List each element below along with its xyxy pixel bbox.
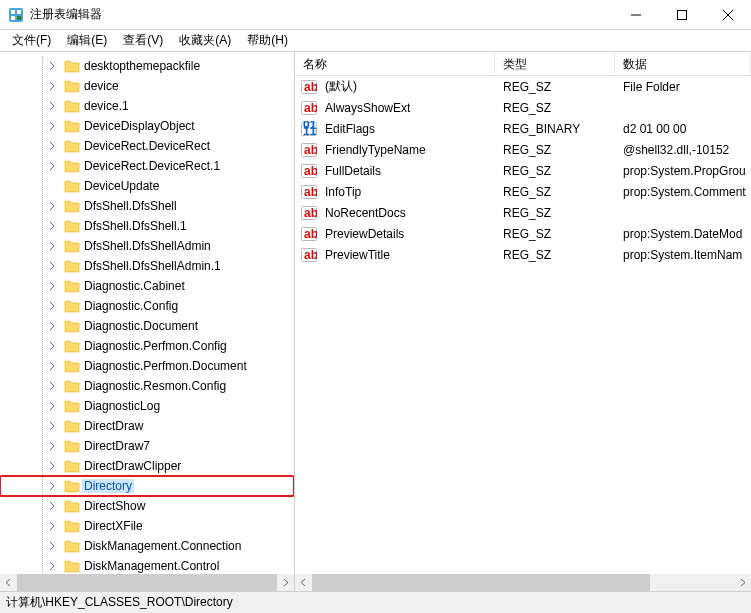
tree-item[interactable]: Diagnostic.Perfmon.Config xyxy=(0,336,294,356)
value-icon: 011110 xyxy=(301,121,317,137)
list-row[interactable]: abInfoTipREG_SZprop:System.Comment xyxy=(295,181,751,202)
tree-item[interactable]: DiskManagement.Connection xyxy=(0,536,294,556)
folder-icon xyxy=(64,78,80,94)
tree-item-label: Directory xyxy=(82,479,134,493)
key-tree[interactable]: desktopthemepackfiledevicedevice.1Device… xyxy=(0,56,294,574)
tree-item[interactable]: DfsShell.DfsShellAdmin.1 xyxy=(0,256,294,276)
tree-item-label: desktopthemepackfile xyxy=(82,59,202,73)
scroll-right-icon[interactable] xyxy=(277,574,294,591)
folder-icon xyxy=(64,498,80,514)
cell-type: REG_SZ xyxy=(495,164,615,178)
tree-item[interactable]: DeviceRect.DeviceRect xyxy=(0,136,294,156)
tree-scrollbar-h[interactable] xyxy=(0,574,294,591)
expand-icon[interactable] xyxy=(46,459,58,473)
value-icon: ab xyxy=(301,142,317,158)
tree-item[interactable]: DirectDraw xyxy=(0,416,294,436)
expand-icon[interactable] xyxy=(46,119,58,133)
value-icon: ab xyxy=(301,79,317,95)
tree-item[interactable]: DfsShell.DfsShell xyxy=(0,196,294,216)
list-row[interactable]: abNoRecentDocsREG_SZ xyxy=(295,202,751,223)
expand-icon[interactable] xyxy=(46,399,58,413)
svg-text:ab: ab xyxy=(304,248,317,262)
tree-item-label: DirectShow xyxy=(82,499,147,513)
list-row[interactable]: abAlwaysShowExtREG_SZ xyxy=(295,97,751,118)
tree-item[interactable]: device.1 xyxy=(0,96,294,116)
expand-icon[interactable] xyxy=(46,319,58,333)
tree-item[interactable]: DfsShell.DfsShellAdmin xyxy=(0,236,294,256)
tree-item[interactable]: DeviceRect.DeviceRect.1 xyxy=(0,156,294,176)
statusbar: 计算机\HKEY_CLASSES_ROOT\Directory xyxy=(0,591,751,613)
cell-name: EditFlags xyxy=(317,122,495,136)
column-name[interactable]: 名称 xyxy=(295,52,495,75)
expand-icon[interactable] xyxy=(46,279,58,293)
folder-icon xyxy=(64,218,80,234)
expand-icon[interactable] xyxy=(46,559,58,573)
tree-item[interactable]: DiskManagement.Control xyxy=(0,556,294,574)
tree-item[interactable]: Diagnostic.Resmon.Config xyxy=(0,376,294,396)
tree-item[interactable]: Diagnostic.Perfmon.Document xyxy=(0,356,294,376)
menu-favorites[interactable]: 收藏夹(A) xyxy=(171,30,239,51)
expand-icon[interactable] xyxy=(46,219,58,233)
expand-icon[interactable] xyxy=(46,479,58,493)
tree-item[interactable]: DfsShell.DfsShell.1 xyxy=(0,216,294,236)
expand-icon[interactable] xyxy=(46,539,58,553)
tree-item[interactable]: Diagnostic.Cabinet xyxy=(0,276,294,296)
expand-icon[interactable] xyxy=(46,99,58,113)
value-icon: ab xyxy=(301,205,317,221)
value-list[interactable]: ab(默认)REG_SZFile FolderabAlwaysShowExtRE… xyxy=(295,76,751,265)
minimize-button[interactable] xyxy=(613,0,659,30)
expand-icon[interactable] xyxy=(46,159,58,173)
menu-view[interactable]: 查看(V) xyxy=(115,30,171,51)
expand-icon[interactable] xyxy=(46,519,58,533)
expand-icon[interactable] xyxy=(46,239,58,253)
expand-icon[interactable] xyxy=(46,339,58,353)
expand-icon[interactable] xyxy=(46,379,58,393)
list-row[interactable]: 011110EditFlagsREG_BINARYd2 01 00 00 xyxy=(295,118,751,139)
expand-icon[interactable] xyxy=(46,419,58,433)
column-data[interactable]: 数据 xyxy=(615,52,751,75)
close-button[interactable] xyxy=(705,0,751,30)
folder-icon xyxy=(64,398,80,414)
tree-item[interactable]: desktopthemepackfile xyxy=(0,56,294,76)
tree-item[interactable]: Directory xyxy=(0,476,294,496)
list-row[interactable]: abPreviewTitleREG_SZprop:System.ItemNam xyxy=(295,244,751,265)
cell-data: File Folder xyxy=(615,80,751,94)
tree-item[interactable]: DiagnosticLog xyxy=(0,396,294,416)
menu-help[interactable]: 帮助(H) xyxy=(239,30,296,51)
list-row[interactable]: abPreviewDetailsREG_SZprop:System.DateMo… xyxy=(295,223,751,244)
column-type[interactable]: 类型 xyxy=(495,52,615,75)
tree-item[interactable]: Diagnostic.Config xyxy=(0,296,294,316)
expand-icon[interactable] xyxy=(46,259,58,273)
tree-pane: desktopthemepackfiledevicedevice.1Device… xyxy=(0,52,295,591)
svg-text:ab: ab xyxy=(304,206,317,220)
maximize-button[interactable] xyxy=(659,0,705,30)
expand-icon[interactable] xyxy=(46,439,58,453)
tree-item[interactable]: DirectShow xyxy=(0,496,294,516)
tree-item[interactable]: DeviceUpdate xyxy=(0,176,294,196)
expand-icon[interactable] xyxy=(46,199,58,213)
tree-item[interactable]: DeviceDisplayObject xyxy=(0,116,294,136)
scroll-left-icon[interactable] xyxy=(295,574,312,591)
expand-icon[interactable] xyxy=(46,359,58,373)
list-row[interactable]: abFriendlyTypeNameREG_SZ@shell32.dll,-10… xyxy=(295,139,751,160)
menu-file[interactable]: 文件(F) xyxy=(4,30,59,51)
folder-icon xyxy=(64,198,80,214)
list-row[interactable]: abFullDetailsREG_SZprop:System.PropGrou xyxy=(295,160,751,181)
expand-icon[interactable] xyxy=(46,79,58,93)
expand-icon[interactable] xyxy=(46,299,58,313)
tree-item-label: Diagnostic.Perfmon.Document xyxy=(82,359,249,373)
menu-edit[interactable]: 编辑(E) xyxy=(59,30,115,51)
expand-icon[interactable] xyxy=(46,59,58,73)
scroll-left-icon[interactable] xyxy=(0,574,17,591)
list-scrollbar-h[interactable] xyxy=(295,574,751,591)
expand-icon[interactable] xyxy=(46,499,58,513)
cell-data: prop:System.Comment xyxy=(615,185,751,199)
tree-item[interactable]: DirectDraw7 xyxy=(0,436,294,456)
tree-item[interactable]: device xyxy=(0,76,294,96)
tree-item[interactable]: Diagnostic.Document xyxy=(0,316,294,336)
expand-icon[interactable] xyxy=(46,139,58,153)
tree-item[interactable]: DirectDrawClipper xyxy=(0,456,294,476)
tree-item[interactable]: DirectXFile xyxy=(0,516,294,536)
list-row[interactable]: ab(默认)REG_SZFile Folder xyxy=(295,76,751,97)
scroll-right-icon[interactable] xyxy=(734,574,751,591)
